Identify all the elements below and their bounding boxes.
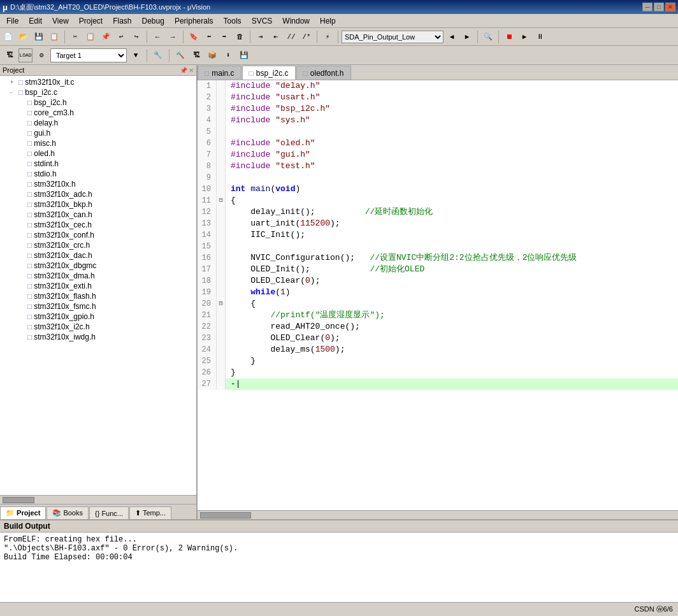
tree-item-gui-h[interactable]: □ gui.h [0,128,196,138]
dropdown-prev[interactable]: ◀ [445,30,459,44]
tree-item-stm32-fsmc[interactable]: □ stm32f10x_fsmc.h [0,301,196,312]
tl3: delay.h [34,118,58,127]
tree-item-stdint-h[interactable]: □ stdint.h [0,159,196,169]
menu-help[interactable]: Help [315,15,341,27]
tree-item-stm32f10x-h[interactable]: □ stm32f10x.h [0,179,196,189]
new-file-button[interactable]: 📄 [1,30,15,44]
code-content-20: { [226,298,256,310]
batch-button[interactable]: 📦 [205,48,219,62]
tree-item-stm32-crc[interactable]: □ stm32f10x_crc.h [0,240,196,250]
tree-item-stm32f10x-it[interactable]: + □ stm32f10x_it.c [0,77,196,87]
fold-20[interactable]: ⊟ [217,298,226,310]
bookmark-clear[interactable]: 🗑 [233,30,247,44]
target-dropdown[interactable]: Target 1 [50,48,127,62]
tree-item-stm32-adc[interactable]: □ stm32f10x_adc.h [0,189,196,199]
paste-button[interactable]: 📌 [99,30,113,44]
build-button[interactable]: 🔨 [173,48,187,62]
download-button[interactable]: ⬇ [221,48,235,62]
build-pause-button[interactable]: ⏸ [533,30,547,44]
options-button[interactable]: ⚙ [34,48,48,62]
save-button[interactable]: 💾 [32,30,46,44]
open-button[interactable]: 📂 [17,30,31,44]
menu-view[interactable]: View [47,15,74,27]
indent-button[interactable]: ⇥ [254,30,268,44]
cut-button[interactable]: ✂ [68,30,82,44]
code-line-6: 6 #include "oled.h" [198,138,678,149]
code-line-25: 25 } [198,355,678,367]
line-num-26: 26 [198,367,217,378]
tree-item-stm32-can[interactable]: □ stm32f10x_can.h [0,210,196,220]
tab-books[interactable]: 📚 Books [47,506,89,519]
fold-11[interactable]: ⊟ [217,195,226,206]
tree-item-stm32-dbgmc[interactable]: □ stm32f10x_dbgmc [0,261,196,271]
menu-tools[interactable]: Tools [219,15,247,27]
nav-back-button[interactable]: ← [150,30,164,44]
menu-svcs[interactable]: SVCS [247,15,278,27]
bookmark-prev[interactable]: ⬅ [202,30,216,44]
tree-item-stdio-h[interactable]: □ stdio.h [0,169,196,179]
tree-item-stm32-cec[interactable]: □ stm32f10x_cec.h [0,220,196,230]
tree-item-bsp-i2c[interactable]: - □ bsp_i2c.c [0,87,196,97]
minimize-button[interactable]: ─ [642,3,653,11]
tree-item-misc-h[interactable]: □ misc.h [0,138,196,148]
tree-item-stm32-dac[interactable]: □ stm32f10x_dac.h [0,250,196,261]
project-scrollbar-h[interactable] [0,495,196,504]
build-run-button[interactable]: ▶ [517,30,531,44]
tab-main-c[interactable]: □ main.c [198,66,242,80]
project-close-icon[interactable]: ✕ [189,67,194,74]
tab-temp[interactable]: ⬆ Temp... [129,506,171,519]
tree-item-stm32-flash[interactable]: □ stm32f10x_flash.h [0,291,196,301]
tree-item-stm32-exti[interactable]: □ stm32f10x_exti.h [0,281,196,291]
download2-button[interactable]: 💾 [237,48,251,62]
dropdown-next[interactable]: ▶ [460,30,474,44]
menu-debug[interactable]: Debug [137,15,170,27]
tab-bsp-i2c-c[interactable]: □ bsp_i2c.c [242,66,296,80]
fi15: □ [27,241,32,250]
project-pin-icon[interactable]: 📌 [180,67,187,74]
unindent-button[interactable]: ⇤ [269,30,283,44]
tree-item-stm32-i2c-h[interactable]: □ stm32f10x_i2c.h [0,322,196,332]
menu-flash[interactable]: Flash [108,15,136,27]
target-expand-button[interactable]: ▼ [129,48,143,62]
copy-button[interactable]: 📋 [83,30,97,44]
tab-oledfont-h[interactable]: □ oledfont.h [296,66,351,80]
code-area[interactable]: 1 #include "delay.h" 2 #include "usart.h… [198,80,678,510]
menu-project[interactable]: Project [74,15,108,27]
code-line-14: 14 IIC_Init(); [198,229,678,241]
function-dropdown[interactable]: SDA_Pin_Output_Low [342,31,444,43]
fi13: □ [27,220,32,229]
tree-item-stm32-bkp[interactable]: □ stm32f10x_bkp.h [0,199,196,210]
menu-edit[interactable]: Edit [24,15,47,27]
bookmark-next[interactable]: ➡ [217,30,231,44]
rebuild-button[interactable]: 🏗 [189,48,203,62]
compile-button[interactable]: ⚡ [321,30,335,44]
undo-button[interactable]: ↩ [114,30,128,44]
code-scrollbar-h[interactable] [198,510,678,519]
comment-button[interactable]: // [284,30,298,44]
bookmark-button[interactable]: 🔖 [187,30,201,44]
tree-item-delay-h[interactable]: □ delay.h [0,118,196,128]
tree-item-core-cm3[interactable]: □ core_cm3.h [0,108,196,118]
tree-item-stm32-iwdg[interactable]: □ stm32f10x_iwdg.h [0,332,196,342]
uncomment-button[interactable]: /* [299,30,314,44]
tree-item-stm32-dma[interactable]: □ stm32f10x_dma.h [0,271,196,281]
tree-item-oled-h[interactable]: □ oled.h [0,148,196,159]
maximize-button[interactable]: □ [654,3,664,11]
build-stop-button[interactable]: ⏹ [502,30,516,44]
close-button[interactable]: ✕ [665,3,675,11]
tab-func[interactable]: {} Func... [89,506,129,519]
menu-file[interactable]: File [1,15,24,27]
tree-item-stm32-conf[interactable]: □ stm32f10x_conf.h [0,230,196,240]
menu-peripherals[interactable]: Peripherals [170,15,219,27]
sep10 [169,49,170,62]
redo-button[interactable]: ↪ [129,30,143,44]
save-all-button[interactable]: 📋 [47,30,61,44]
tree-item-stm32-gpio[interactable]: □ stm32f10x_gpio.h [0,312,196,322]
code-content-18: OLED_Clear(0); [226,275,320,287]
search-button[interactable]: 🔍 [481,30,495,44]
nav-fwd-button[interactable]: → [166,30,180,44]
translate-button[interactable]: 🔧 [151,48,165,62]
tab-project[interactable]: 📁 Project [0,506,46,519]
menu-window[interactable]: Window [277,15,315,27]
tree-item-bsp-i2c-h[interactable]: □ bsp_i2c.h [0,97,196,108]
